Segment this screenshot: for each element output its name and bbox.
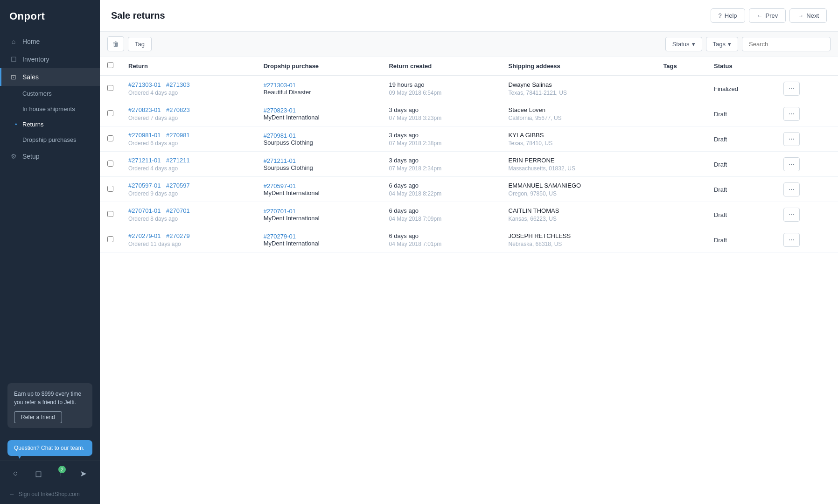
sidebar-item-inhouse[interactable]: In house shipments <box>0 101 100 117</box>
sidebar-label-inventory: Inventory <box>22 56 49 63</box>
return-id-link[interactable]: #270701-01 <box>128 207 161 214</box>
upload-icon[interactable]: ↑ 2 <box>55 467 67 481</box>
return-order-link[interactable]: #270701 <box>166 207 190 214</box>
prev-button[interactable]: ← Prev <box>749 8 786 23</box>
row-checkbox-cell[interactable] <box>100 76 121 101</box>
sidebar-item-home[interactable]: ⌂ Home <box>0 33 100 50</box>
sidebar-item-inventory[interactable]: ☐ Inventory <box>0 50 100 68</box>
row-checkbox[interactable] <box>107 161 113 167</box>
return-cell: #270597-01 #270597 Ordered 9 days ago <box>121 177 256 202</box>
row-checkbox[interactable] <box>107 186 113 192</box>
order-age: Ordered 4 days ago <box>128 90 249 96</box>
sidebar-item-returns[interactable]: Returns <box>0 117 100 132</box>
col-dropship: Dropship purchase <box>256 56 382 76</box>
chat-icon[interactable]: ◻ <box>31 467 46 481</box>
row-action-button[interactable]: ··· <box>783 208 800 222</box>
select-all-header[interactable] <box>100 56 121 76</box>
dropship-id-link[interactable]: #270597-01 <box>264 182 296 189</box>
refer-text: Earn up to $999 every time you refer a f… <box>14 390 86 406</box>
send-icon[interactable]: ➤ <box>76 467 91 481</box>
created-cell: 6 days ago 04 May 2018 8:22pm <box>381 177 501 202</box>
row-action-button[interactable]: ··· <box>783 132 800 146</box>
row-checkbox-cell[interactable] <box>100 152 121 177</box>
row-checkbox-cell[interactable] <box>100 126 121 152</box>
row-checkbox[interactable] <box>107 110 113 116</box>
dropship-cell: #270597-01 MyDent International <box>256 177 382 202</box>
sidebar-item-dropship[interactable]: Dropship purchases <box>0 132 100 147</box>
row-action-button[interactable]: ··· <box>783 82 800 96</box>
tags-cell <box>656 152 706 177</box>
row-checkbox[interactable] <box>107 85 113 91</box>
refer-button[interactable]: Refer a friend <box>14 411 62 423</box>
dropship-cell: #271211-01 Sourpuss Clothing <box>256 152 382 177</box>
row-checkbox[interactable] <box>107 135 113 141</box>
dropship-cell: #270279-01 MyDent International <box>256 227 382 252</box>
shipping-loc: Texas, 78410, US <box>509 140 649 147</box>
status-filter[interactable]: Status ▾ <box>665 37 702 51</box>
dropship-id-link[interactable]: #270981-01 <box>264 132 296 139</box>
return-order-link[interactable]: #271303 <box>166 81 190 88</box>
return-date: 04 May 2018 8:22pm <box>389 190 493 197</box>
return-order-link[interactable]: #270823 <box>166 106 190 113</box>
order-age: Ordered 9 days ago <box>128 190 249 197</box>
select-all-checkbox[interactable] <box>107 62 113 68</box>
return-order-link[interactable]: #270597 <box>166 182 190 189</box>
return-id-link[interactable]: #271211-01 <box>128 157 161 164</box>
row-checkbox-cell[interactable] <box>100 177 121 202</box>
row-action-button[interactable]: ··· <box>783 233 800 247</box>
delete-button[interactable]: 🗑 <box>107 36 124 51</box>
return-date: 07 May 2018 2:38pm <box>389 140 493 147</box>
return-id-link[interactable]: #271303-01 <box>128 81 161 88</box>
sidebar-item-sales[interactable]: ⊡ Sales <box>0 68 100 86</box>
sidebar-label-dropship: Dropship purchases <box>22 136 77 143</box>
tags-cell <box>656 177 706 202</box>
return-age: 19 hours ago <box>389 81 493 88</box>
signout-link[interactable]: ← Sign out InkedShop.com <box>0 486 100 504</box>
shipping-cell: JOSEPH RETCHLESS Nebraska, 68318, US <box>501 227 656 252</box>
dropship-id-link[interactable]: #270279-01 <box>264 233 296 240</box>
return-order-link[interactable]: #271211 <box>166 157 190 164</box>
action-cell: ··· <box>776 202 838 227</box>
dropship-id-link[interactable]: #271303-01 <box>264 82 296 89</box>
dropship-id-link[interactable]: #270823-01 <box>264 107 296 114</box>
circle-icon[interactable]: ○ <box>9 467 22 481</box>
main-content: Sale returns ? Help ← Prev → Next 🗑 Tag … <box>100 0 838 504</box>
sidebar-label-returns: Returns <box>22 121 44 128</box>
dropship-name: Sourpuss Clothing <box>264 164 374 171</box>
shipping-name: CAITLIN THOMAS <box>509 207 649 214</box>
row-checkbox[interactable] <box>107 236 113 242</box>
return-order-link[interactable]: #270279 <box>166 232 190 239</box>
dropship-id-link[interactable]: #271211-01 <box>264 157 296 164</box>
row-checkbox-cell[interactable] <box>100 101 121 126</box>
tags-filter[interactable]: Tags ▾ <box>706 37 738 51</box>
return-id-link[interactable]: #270597-01 <box>128 182 161 189</box>
row-action-button[interactable]: ··· <box>783 107 800 121</box>
status-value: Draft <box>714 237 727 244</box>
help-button[interactable]: ? Help <box>711 8 745 23</box>
search-input[interactable] <box>742 37 831 51</box>
next-button[interactable]: → Next <box>789 8 827 23</box>
status-cell: Finalized <box>706 76 776 101</box>
return-id-link[interactable]: #270823-01 <box>128 106 161 113</box>
row-checkbox-cell[interactable] <box>100 202 121 227</box>
return-order-link[interactable]: #270981 <box>166 132 190 139</box>
row-checkbox[interactable] <box>107 211 113 217</box>
row-action-button[interactable]: ··· <box>783 182 800 196</box>
return-id-link[interactable]: #270279-01 <box>128 232 161 239</box>
sidebar-item-customers[interactable]: Customers <box>0 86 100 101</box>
status-value: Draft <box>714 111 727 118</box>
status-cell: Draft <box>706 227 776 252</box>
return-age: 6 days ago <box>389 182 493 189</box>
return-cell: #270701-01 #270701 Ordered 8 days ago <box>121 202 256 227</box>
row-action-button[interactable]: ··· <box>783 157 800 171</box>
shipping-cell: EMMANUEL SAMANIEGO Oregon, 97850, US <box>501 177 656 202</box>
col-status: Status <box>706 56 776 76</box>
chat-bubble[interactable]: Question? Chat to our team. <box>7 440 92 456</box>
chevron-down-icon: ▾ <box>728 41 731 48</box>
return-id-link[interactable]: #270981-01 <box>128 132 161 139</box>
sidebar-item-setup[interactable]: ⚙ Setup <box>0 147 100 165</box>
dropship-id-link[interactable]: #270701-01 <box>264 208 296 215</box>
row-checkbox-cell[interactable] <box>100 227 121 252</box>
status-cell: Draft <box>706 202 776 227</box>
tag-button[interactable]: Tag <box>128 37 152 51</box>
